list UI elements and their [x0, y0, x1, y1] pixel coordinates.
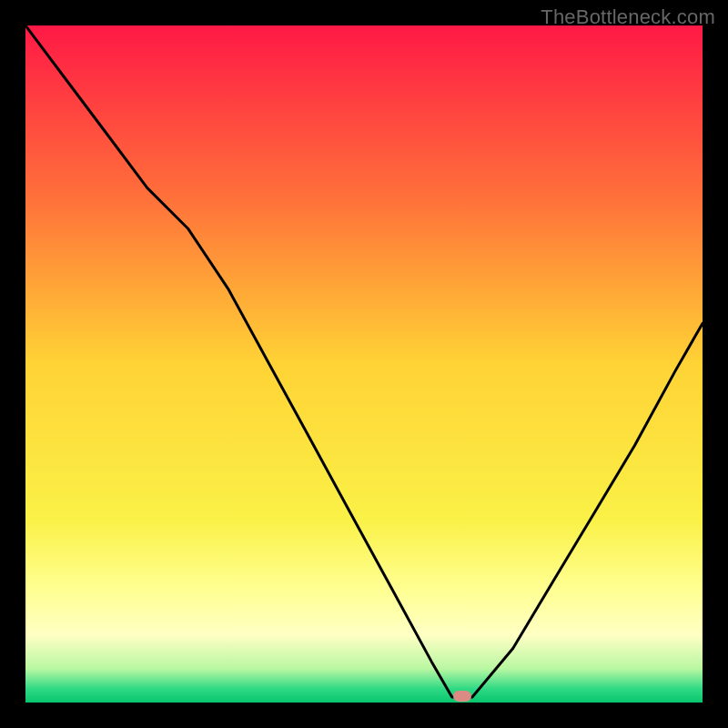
- watermark-text: TheBottleneck.com: [541, 5, 715, 29]
- gradient-background: [25, 25, 703, 703]
- chart-frame: TheBottleneck.com: [0, 0, 728, 728]
- chart-svg: [25, 25, 703, 703]
- plot-area: [25, 25, 703, 703]
- optimum-marker: [453, 691, 471, 702]
